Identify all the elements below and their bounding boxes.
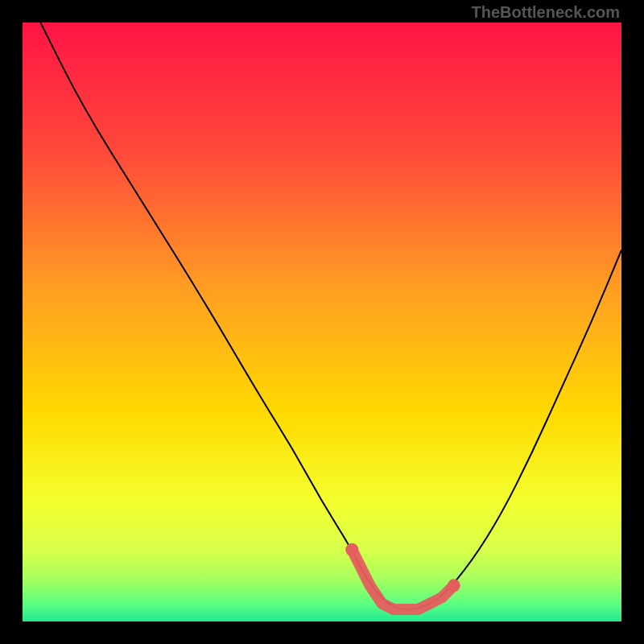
optimal-range-highlight — [345, 543, 460, 609]
svg-point-2 — [448, 579, 460, 592]
plot-area — [23, 23, 621, 621]
curve-line — [40, 23, 621, 609]
watermark-text: TheBottleneck.com — [472, 3, 620, 22]
svg-point-1 — [345, 543, 358, 556]
bottleneck-curve — [23, 23, 621, 621]
chart-frame: TheBottleneck.com — [0, 0, 644, 644]
